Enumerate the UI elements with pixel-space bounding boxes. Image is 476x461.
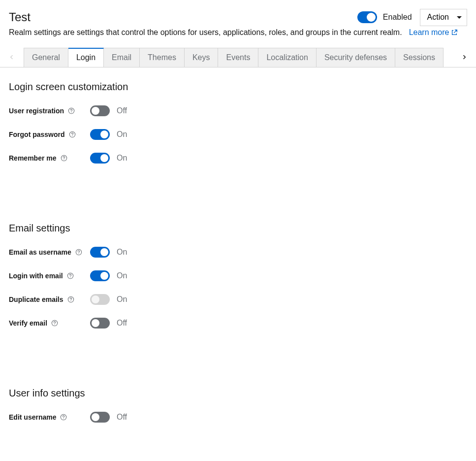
switch-state-text: On bbox=[117, 295, 127, 304]
form-label-wrap: Forgot password bbox=[9, 131, 90, 138]
form-row: Verify emailOff bbox=[9, 318, 467, 329]
section: Email settingsEmail as usernameOnLogin w… bbox=[9, 223, 467, 329]
remember-me-switch[interactable] bbox=[90, 153, 110, 164]
form-row: Email as usernameOn bbox=[9, 247, 467, 258]
switch-wrap: Off bbox=[90, 412, 127, 423]
svg-point-5 bbox=[63, 159, 64, 160]
form-label: Edit username bbox=[9, 413, 56, 421]
tabs-container: GeneralLoginEmailThemesKeysEventsLocaliz… bbox=[0, 48, 476, 67]
switch-wrap: On bbox=[90, 270, 127, 281]
form-label: Duplicate emails bbox=[9, 296, 63, 303]
form-label-wrap: Edit username bbox=[9, 413, 90, 421]
form-row: Login with emailOn bbox=[9, 270, 467, 281]
switch-wrap: Off bbox=[90, 105, 127, 116]
user-registration-switch[interactable] bbox=[90, 105, 110, 116]
form-label-wrap: Email as username bbox=[9, 248, 90, 256]
help-icon[interactable] bbox=[61, 155, 67, 162]
help-icon[interactable] bbox=[67, 272, 74, 279]
form-label-wrap: Duplicate emails bbox=[9, 296, 90, 303]
section-title: Login screen customization bbox=[9, 81, 467, 93]
switch-state-text: Off bbox=[117, 413, 127, 422]
email-as-username-switch[interactable] bbox=[90, 247, 110, 258]
help-icon[interactable] bbox=[75, 249, 82, 256]
svg-point-7 bbox=[78, 253, 79, 254]
form-label: Remember me bbox=[9, 154, 57, 162]
switch-state-text: Off bbox=[117, 106, 127, 115]
form-label-wrap: Verify email bbox=[9, 319, 90, 327]
svg-point-11 bbox=[70, 300, 71, 301]
tab-security-defenses[interactable]: Security defenses bbox=[317, 48, 395, 67]
help-icon[interactable] bbox=[51, 320, 58, 327]
switch-wrap: On bbox=[90, 153, 127, 164]
form-row: User registrationOff bbox=[9, 105, 467, 116]
learn-more-text: Learn more bbox=[409, 28, 449, 37]
form-label-wrap: Login with email bbox=[9, 272, 90, 280]
learn-more-link[interactable]: Learn more bbox=[409, 28, 458, 37]
form-row: Forgot passwordOn bbox=[9, 129, 467, 140]
caret-down-icon bbox=[457, 16, 462, 19]
form-label: Verify email bbox=[9, 319, 47, 327]
tab-events[interactable]: Events bbox=[218, 48, 258, 67]
action-dropdown[interactable]: Action bbox=[420, 9, 467, 26]
tab-general[interactable]: General bbox=[24, 48, 68, 67]
tab-keys[interactable]: Keys bbox=[185, 48, 219, 67]
realm-enabled-switch[interactable] bbox=[357, 11, 377, 23]
action-label: Action bbox=[427, 12, 449, 23]
switch-state-text: On bbox=[117, 248, 127, 257]
page-title: Test bbox=[9, 10, 31, 24]
tab-sessions[interactable]: Sessions bbox=[395, 48, 444, 67]
help-icon[interactable] bbox=[67, 296, 74, 303]
switch-state-text: On bbox=[117, 154, 127, 163]
form-label: Email as username bbox=[9, 248, 71, 256]
svg-point-3 bbox=[72, 135, 72, 136]
help-icon[interactable] bbox=[60, 414, 67, 421]
switch-wrap: On bbox=[90, 294, 127, 305]
form-row: Remember meOn bbox=[9, 153, 467, 164]
tab-themes[interactable]: Themes bbox=[140, 48, 185, 67]
switch-wrap: On bbox=[90, 129, 127, 140]
help-icon[interactable] bbox=[68, 107, 75, 114]
verify-email-switch[interactable] bbox=[90, 318, 110, 329]
svg-point-15 bbox=[63, 418, 64, 419]
enabled-label: Enabled bbox=[383, 13, 412, 22]
tab-login[interactable]: Login bbox=[68, 48, 104, 67]
switch-state-text: Off bbox=[117, 319, 127, 328]
login-with-email-switch[interactable] bbox=[90, 270, 110, 281]
form-label: User registration bbox=[9, 107, 64, 115]
tab-scroll-left[interactable] bbox=[0, 48, 24, 67]
tab-localization[interactable]: Localization bbox=[258, 48, 317, 67]
form-label-wrap: Remember me bbox=[9, 154, 90, 162]
tab-email[interactable]: Email bbox=[104, 48, 140, 67]
section: User info settingsEdit usernameOff bbox=[9, 388, 467, 423]
edit-username-switch[interactable] bbox=[90, 412, 110, 423]
switch-wrap: On bbox=[90, 247, 127, 258]
switch-wrap: Off bbox=[90, 318, 127, 329]
svg-point-1 bbox=[71, 112, 72, 112]
section-title: User info settings bbox=[9, 388, 467, 399]
help-icon[interactable] bbox=[69, 131, 76, 138]
svg-point-9 bbox=[70, 277, 70, 277]
forgot-password-switch[interactable] bbox=[90, 129, 110, 140]
duplicate-emails-switch bbox=[90, 294, 110, 305]
external-link-icon bbox=[451, 29, 458, 36]
form-row: Duplicate emailsOn bbox=[9, 294, 467, 305]
form-row: Edit usernameOff bbox=[9, 412, 467, 423]
section: Login screen customizationUser registrat… bbox=[9, 81, 467, 164]
form-label: Forgot password bbox=[9, 131, 65, 138]
svg-point-13 bbox=[54, 324, 55, 325]
switch-state-text: On bbox=[117, 271, 127, 280]
tab-scroll-right[interactable] bbox=[452, 48, 476, 67]
page-description: Realm settings are settings that control… bbox=[9, 28, 402, 37]
switch-state-text: On bbox=[117, 130, 127, 139]
section-title: Email settings bbox=[9, 223, 467, 234]
form-label-wrap: User registration bbox=[9, 107, 90, 115]
form-label: Login with email bbox=[9, 272, 63, 280]
